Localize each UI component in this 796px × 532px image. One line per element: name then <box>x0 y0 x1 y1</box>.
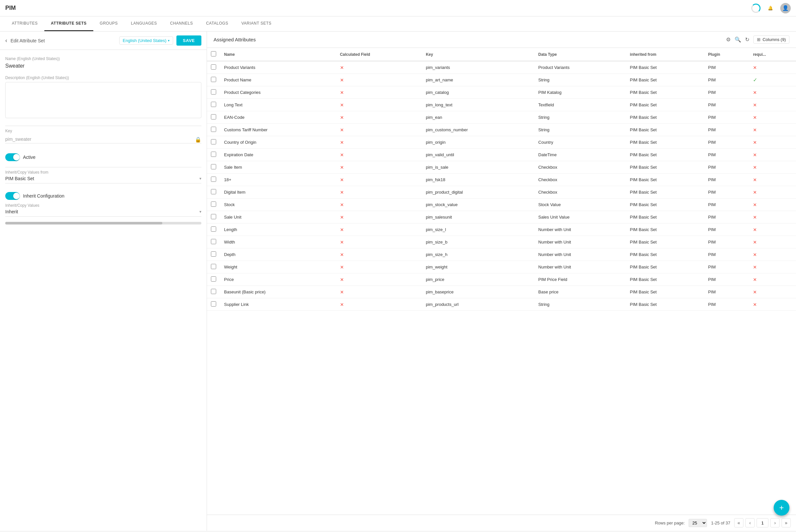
row-checkbox[interactable] <box>211 214 216 219</box>
row-checkbox[interactable] <box>211 264 216 269</box>
language-selector[interactable]: English (United States) ▾ <box>119 36 173 45</box>
remove-row-icon[interactable]: ✕ <box>753 127 757 133</box>
row-name: Length <box>220 224 336 236</box>
tab-catalogs[interactable]: CATALOGS <box>199 16 235 31</box>
description-textarea[interactable] <box>5 82 201 118</box>
row-checkbox[interactable] <box>211 77 216 82</box>
row-checkbox[interactable] <box>211 114 216 119</box>
tab-channels[interactable]: CHANNELS <box>164 16 199 31</box>
header-calculated: Calculated Field <box>336 48 422 61</box>
row-plugin: PIM <box>704 248 749 261</box>
inherit-copy-select[interactable]: PIM Basic Set ▾ <box>5 176 201 184</box>
key-input[interactable] <box>5 135 201 144</box>
row-checkbox[interactable] <box>211 64 216 70</box>
remove-row-icon[interactable]: ✕ <box>753 90 757 95</box>
horizontal-scrollbar[interactable] <box>5 222 201 225</box>
row-inherited-from: PIM Basic Set <box>626 248 704 261</box>
row-checkbox[interactable] <box>211 102 216 107</box>
table-row: Width ✕ pim_size_b Number with Unit PIM … <box>207 236 796 248</box>
active-toggle[interactable] <box>5 153 20 161</box>
page-number-input[interactable] <box>757 518 768 527</box>
row-checkbox[interactable] <box>211 189 216 194</box>
remove-row-icon[interactable]: ✕ <box>753 277 757 282</box>
row-key: pim_stock_value <box>422 198 534 211</box>
table-row: Length ✕ pim_size_l Number with Unit PIM… <box>207 224 796 236</box>
row-name: Stock <box>220 198 336 211</box>
search-icon[interactable]: 🔍 <box>735 36 741 43</box>
table-row: Baseunit (Basic price) ✕ pim_baseprice B… <box>207 286 796 298</box>
first-page-button[interactable]: « <box>734 518 743 527</box>
add-fab-button[interactable]: + <box>774 500 790 516</box>
prev-page-button[interactable]: ‹ <box>745 518 755 527</box>
row-checkbox[interactable] <box>211 164 216 169</box>
remove-row-icon[interactable]: ✕ <box>753 102 757 108</box>
refresh-icon[interactable]: ↻ <box>745 36 749 43</box>
language-dropdown-arrow: ▾ <box>168 39 169 42</box>
row-checkbox-cell <box>207 136 220 149</box>
remove-row-icon[interactable]: ✕ <box>753 240 757 245</box>
row-calculated: ✕ <box>336 174 422 186</box>
inherit-config-label: Inherit Configuration <box>23 193 65 198</box>
settings-icon[interactable]: ⚙ <box>726 36 730 43</box>
tab-attribute-sets[interactable]: ATTRIBUTE SETS <box>44 16 93 31</box>
remove-row-icon[interactable]: ✕ <box>753 190 757 195</box>
inherit-values-group: Inherit/Copy Values Inherit ▾ <box>5 203 201 216</box>
remove-row-icon[interactable]: ✕ <box>753 289 757 295</box>
row-required: ✕ <box>749 149 796 161</box>
back-button[interactable]: ‹ <box>5 37 7 44</box>
row-checkbox[interactable] <box>211 289 216 294</box>
inherit-config-toggle[interactable] <box>5 192 20 200</box>
tab-languages[interactable]: LANGUAGES <box>125 16 164 31</box>
table-row: Country of Origin ✕ pim_origin Country P… <box>207 136 796 149</box>
save-button[interactable]: SAVE <box>176 35 201 45</box>
rows-per-page-select[interactable]: 25 50 100 <box>689 519 707 527</box>
next-page-button[interactable]: › <box>771 518 780 527</box>
row-checkbox[interactable] <box>211 127 216 132</box>
row-data-type: PIM Price Field <box>535 273 626 286</box>
remove-row-icon[interactable]: ✕ <box>753 65 757 70</box>
row-name: Sale Unit <box>220 211 336 224</box>
row-checkbox[interactable] <box>211 152 216 157</box>
row-checkbox[interactable] <box>211 89 216 95</box>
row-checkbox[interactable] <box>211 176 216 182</box>
tab-groups[interactable]: GROUPS <box>93 16 125 31</box>
remove-row-icon[interactable]: ✕ <box>753 152 757 157</box>
tab-attributes[interactable]: ATTRIBUTES <box>5 16 44 31</box>
table-row: Long Text ✕ pim_long_text Textfield PIM … <box>207 99 796 111</box>
remove-row-icon[interactable]: ✕ <box>753 202 757 207</box>
remove-row-icon[interactable]: ✕ <box>753 302 757 307</box>
row-name: EAN-Code <box>220 111 336 124</box>
remove-row-icon[interactable]: ✕ <box>753 140 757 145</box>
row-checkbox[interactable] <box>211 139 216 145</box>
inherit-copy-value: PIM Basic Set <box>5 176 199 181</box>
remove-row-icon[interactable]: ✕ <box>753 115 757 120</box>
columns-button[interactable]: ⊞ Columns (9) <box>753 35 790 44</box>
row-checkbox[interactable] <box>211 202 216 207</box>
remove-row-icon[interactable]: ✕ <box>753 215 757 220</box>
name-value[interactable]: Sweater <box>5 63 201 69</box>
calculated-icon: ✕ <box>340 77 344 83</box>
remove-row-icon[interactable]: ✕ <box>753 265 757 270</box>
last-page-button[interactable]: » <box>781 518 791 527</box>
row-calculated: ✕ <box>336 224 422 236</box>
inherit-values-select[interactable]: Inherit ▾ <box>5 209 201 216</box>
remove-row-icon[interactable]: ✕ <box>753 165 757 170</box>
row-checkbox[interactable] <box>211 226 216 232</box>
tab-variant-sets[interactable]: VARIANT SETS <box>235 16 278 31</box>
calculated-icon: ✕ <box>340 277 344 282</box>
row-checkbox[interactable] <box>211 239 216 244</box>
remove-row-icon[interactable]: ✕ <box>753 227 757 232</box>
remove-row-icon[interactable]: ✕ <box>753 177 757 183</box>
row-checkbox[interactable] <box>211 276 216 282</box>
remove-row-icon[interactable]: ✕ <box>753 252 757 257</box>
row-name: Country of Origin <box>220 136 336 149</box>
inherit-copy-dropdown-arrow: ▾ <box>199 176 201 181</box>
select-all-checkbox[interactable] <box>211 51 216 56</box>
row-required: ✕ <box>749 261 796 273</box>
table-row: Depth ✕ pim_size_h Number with Unit PIM … <box>207 248 796 261</box>
bell-icon[interactable]: 🔔 <box>766 4 775 13</box>
row-checkbox-cell <box>207 224 220 236</box>
row-checkbox[interactable] <box>211 301 216 306</box>
avatar[interactable]: 👤 <box>780 3 791 14</box>
row-checkbox[interactable] <box>211 251 216 256</box>
